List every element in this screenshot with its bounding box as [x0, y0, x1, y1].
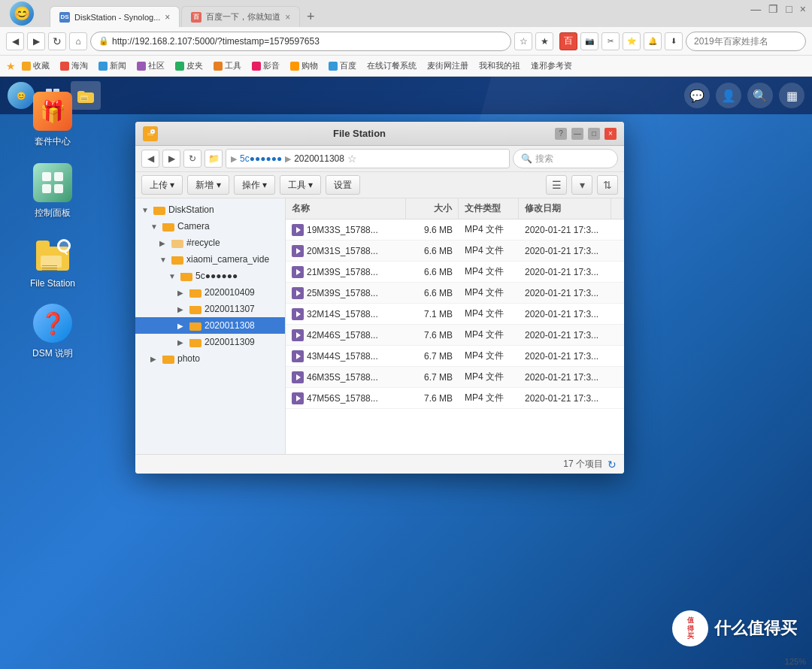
- desktop-icon-dsm-help[interactable]: ❓ DSM 说明: [23, 304, 83, 360]
- sidebar-5c-icon: [180, 271, 192, 281]
- bookmark-haitao[interactable]: 海淘: [56, 59, 92, 73]
- window-maximize[interactable]: □: [786, 3, 792, 15]
- tab-diskstation[interactable]: DS DiskStation - Synolog... ×: [50, 6, 180, 27]
- url-bar[interactable]: 🔒 http://192.168.2.107:5000/?timestamp=1…: [90, 32, 511, 51]
- back-button[interactable]: ◀: [6, 32, 24, 50]
- bookmark-favorites[interactable]: 收藏: [17, 59, 54, 73]
- sidebar-5c[interactable]: ▼ 5c●●●●●●: [135, 268, 285, 284]
- sidebar-2020011309[interactable]: ▶ 2020011309: [135, 334, 285, 350]
- sidebar-root[interactable]: ▼ DiskStation: [135, 201, 285, 218]
- nav-forward-btn[interactable]: ▶: [162, 150, 180, 168]
- extension-btn-6[interactable]: ⬇: [665, 32, 683, 50]
- nav-folder-btn[interactable]: 📁: [205, 150, 223, 168]
- file-row[interactable]: 20M31S_15788... 6.6 MB MP4 文件 2020-01-21…: [286, 241, 624, 262]
- sidebar-photo[interactable]: ▶ photo: [135, 350, 285, 367]
- window-minimize[interactable]: —: [750, 3, 761, 15]
- forward-button[interactable]: ▶: [27, 32, 45, 50]
- mp4-icon: [292, 224, 304, 236]
- statusbar-refresh-icon[interactable]: ↻: [607, 459, 617, 471]
- file-row[interactable]: 46M35S_15788... 6.7 MB MP4 文件 2020-01-21…: [286, 367, 624, 388]
- file-row[interactable]: 32M14S_15788... 7.1 MB MP4 文件 2020-01-21…: [286, 304, 624, 325]
- taskbar-user-btn[interactable]: 👤: [716, 83, 741, 108]
- file-row[interactable]: 19M33S_15788... 9.6 MB MP4 文件 2020-01-21…: [286, 219, 624, 241]
- tab-close-2[interactable]: ×: [285, 12, 290, 23]
- nav-refresh-btn[interactable]: ↻: [183, 150, 201, 168]
- desktop-icon-pkg-center[interactable]: 🎁 套件中心: [23, 92, 83, 148]
- sidebar-camera[interactable]: ▼ Camera: [135, 218, 285, 235]
- tools-btn[interactable]: 工具 ▾: [280, 175, 321, 195]
- bookmark-tools[interactable]: 工具: [209, 59, 246, 73]
- bookmark-maijie[interactable]: 麦街网注册: [423, 59, 473, 73]
- tab-close-1[interactable]: ×: [165, 12, 170, 23]
- file-row[interactable]: 21M39S_15788... 6.6 MB MP4 文件 2020-01-21…: [286, 262, 624, 283]
- bookmark-news[interactable]: 新闻: [94, 59, 131, 73]
- search-box[interactable]: 🔍 搜索: [513, 149, 618, 168]
- sort-btn[interactable]: ⇅: [597, 175, 618, 195]
- sidebar-2020011309-label: 2020011309: [205, 337, 279, 347]
- browser-search-input[interactable]: [686, 32, 806, 51]
- col-header-date[interactable]: 修改日期: [519, 198, 611, 219]
- window-minimize-btn[interactable]: —: [571, 128, 583, 140]
- action-btn[interactable]: 操作 ▾: [234, 175, 275, 195]
- col-header-name[interactable]: 名称: [286, 198, 406, 219]
- bookmark-zuzu[interactable]: 我和我的祖: [474, 59, 525, 73]
- new-tab-button[interactable]: +: [300, 6, 321, 27]
- desktop-icon-ctrl-panel[interactable]: 控制面板: [23, 163, 83, 219]
- file-row[interactable]: 43M44S_15788... 6.7 MB MP4 文件 2020-01-21…: [286, 346, 624, 367]
- window-close[interactable]: ×: [800, 3, 806, 15]
- col-header-extra: [611, 198, 624, 219]
- file-name: 20M31S_15788...: [307, 246, 378, 256]
- file-cell-name: 20M31S_15788...: [286, 241, 406, 261]
- star-button[interactable]: ☆: [514, 32, 532, 50]
- view-dropdown-btn[interactable]: ▾: [571, 175, 592, 195]
- col-header-type[interactable]: 文件类型: [459, 198, 519, 219]
- bookmark-community[interactable]: 社区: [132, 59, 169, 73]
- sidebar-recycle[interactable]: ▶ #recycle: [135, 235, 285, 251]
- bookmark-ref[interactable]: 逢邪参考资: [526, 59, 577, 73]
- file-row[interactable]: 42M46S_15788... 7.6 MB MP4 文件 2020-01-21…: [286, 325, 624, 346]
- extension-btn-1[interactable]: 百: [559, 32, 577, 50]
- nav-back-btn[interactable]: ◀: [141, 150, 159, 168]
- col-header-size[interactable]: 大小: [406, 198, 459, 219]
- sidebar-2020010409[interactable]: ▶ 2020010409: [135, 284, 285, 301]
- tab-baidu[interactable]: 百 百度一下，你就知道 ×: [181, 6, 300, 27]
- star-icon[interactable]: ☆: [347, 153, 357, 165]
- file-cell-size: 7.6 MB: [406, 326, 459, 344]
- bookmark-media[interactable]: 影音: [247, 59, 284, 73]
- extension-btn-2[interactable]: 📷: [580, 32, 598, 50]
- sidebar-2020011308[interactable]: ▶ 2020011308: [135, 317, 285, 334]
- path-item-1[interactable]: 5c●●●●●●: [240, 153, 282, 164]
- list-view-btn[interactable]: ☰: [546, 175, 567, 195]
- extension-btn-3[interactable]: ✂: [601, 32, 620, 50]
- bookmark-label: 收藏: [33, 60, 50, 71]
- path-item-2[interactable]: 2020011308: [294, 153, 344, 164]
- upload-btn[interactable]: 上传 ▾: [141, 175, 183, 195]
- window-maximize-btn[interactable]: □: [588, 128, 600, 140]
- taskbar-chat-btn[interactable]: 💬: [684, 83, 710, 108]
- bookmark-label: 工具: [225, 60, 241, 71]
- sidebar-2020010409-label: 2020010409: [205, 287, 279, 298]
- bookmark-shop[interactable]: 购物: [286, 59, 323, 73]
- home-button[interactable]: ⌂: [69, 32, 87, 50]
- extension-btn-5[interactable]: 🔔: [644, 32, 662, 50]
- refresh-button[interactable]: ↻: [48, 32, 66, 50]
- file-name: 19M33S_15788...: [307, 225, 378, 235]
- taskbar-options-btn[interactable]: ▦: [779, 83, 804, 108]
- sidebar-2020011307[interactable]: ▶ 2020011307: [135, 301, 285, 317]
- window-close-btn[interactable]: ×: [604, 128, 617, 140]
- bookmark-label: 我和我的祖: [479, 60, 520, 71]
- bookmark-baidu[interactable]: 百度: [324, 59, 361, 73]
- bookmark-button[interactable]: ★: [535, 32, 553, 50]
- file-row[interactable]: 25M39S_15788... 6.6 MB MP4 文件 2020-01-21…: [286, 283, 624, 304]
- taskbar-search-btn[interactable]: 🔍: [747, 83, 773, 108]
- bookmark-pijia[interactable]: 皮夹: [171, 59, 208, 73]
- settings-btn[interactable]: 设置: [326, 175, 360, 195]
- bookmark-order[interactable]: 在线订餐系统: [362, 59, 421, 73]
- window-help-btn[interactable]: ?: [555, 128, 567, 140]
- window-restore[interactable]: ❐: [768, 3, 778, 15]
- file-row[interactable]: 47M56S_15788... 7.6 MB MP4 文件 2020-01-21…: [286, 388, 624, 409]
- sidebar-xiaomi[interactable]: ▼ xiaomi_camera_vide: [135, 251, 285, 268]
- new-btn[interactable]: 新增 ▾: [187, 175, 229, 195]
- desktop-icon-file-station[interactable]: File Station: [23, 235, 83, 289]
- extension-btn-4[interactable]: ⭐: [623, 32, 641, 50]
